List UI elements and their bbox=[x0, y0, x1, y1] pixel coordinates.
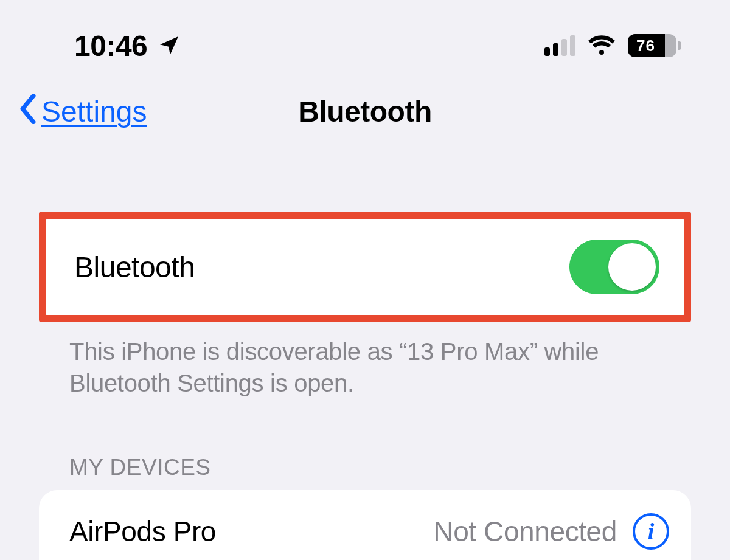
chevron-left-icon bbox=[18, 94, 38, 130]
page-title: Bluetooth bbox=[298, 95, 431, 128]
device-row[interactable]: AirPods Pro Not Connected i bbox=[69, 490, 691, 560]
wifi-icon bbox=[586, 32, 617, 59]
info-icon: i bbox=[648, 518, 655, 545]
section-header-my-devices: MY DEVICES bbox=[39, 399, 691, 490]
bluetooth-toggle-row[interactable]: Bluetooth bbox=[46, 219, 684, 315]
content: Bluetooth This iPhone is discoverable as… bbox=[0, 212, 730, 560]
toggle-knob bbox=[608, 243, 656, 291]
status-time: 10:46 bbox=[74, 29, 147, 63]
bluetooth-toggle-label: Bluetooth bbox=[74, 251, 195, 284]
status-left: 10:46 bbox=[74, 29, 181, 63]
info-button[interactable]: i bbox=[633, 513, 669, 550]
device-name: AirPods Pro bbox=[69, 515, 216, 548]
device-list: AirPods Pro Not Connected i bbox=[39, 490, 691, 560]
bluetooth-toggle-row-highlight: Bluetooth bbox=[39, 212, 691, 322]
location-icon bbox=[157, 33, 181, 58]
back-button[interactable]: Settings bbox=[0, 94, 147, 130]
nav-bar: Settings Bluetooth bbox=[0, 78, 730, 145]
device-row-right: Not Connected i bbox=[433, 513, 669, 550]
device-status: Not Connected bbox=[433, 515, 617, 548]
discoverable-text: This iPhone is discoverable as “13 Pro M… bbox=[39, 322, 691, 399]
cellular-signal-icon bbox=[544, 35, 575, 56]
battery-percent: 76 bbox=[628, 36, 655, 55]
status-bar: 10:46 76 bbox=[0, 0, 730, 67]
back-label: Settings bbox=[41, 95, 147, 128]
status-right: 76 bbox=[544, 32, 676, 59]
battery-icon: 76 bbox=[628, 34, 676, 57]
bluetooth-toggle[interactable] bbox=[569, 240, 659, 294]
